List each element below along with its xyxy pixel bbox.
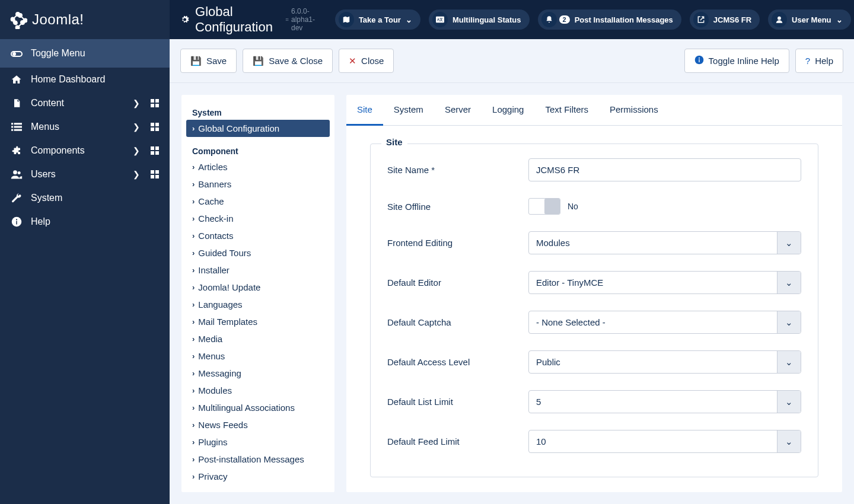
site-offline-toggle[interactable] bbox=[528, 198, 560, 215]
panel-item-component[interactable]: ›Messaging bbox=[186, 365, 330, 382]
panel-item-component[interactable]: ›Joomla! Update bbox=[186, 279, 330, 296]
tab-server[interactable]: Server bbox=[434, 95, 482, 125]
svg-rect-5 bbox=[14, 126, 23, 128]
default-feed-select[interactable]: 10⌄ bbox=[528, 430, 801, 453]
language-icon: A文 bbox=[432, 12, 448, 27]
save-close-button[interactable]: 💾 Save & Close bbox=[243, 49, 333, 73]
chevron-right-icon: › bbox=[192, 420, 195, 429]
panel-item-component[interactable]: ›Languages bbox=[186, 296, 330, 313]
bell-icon bbox=[541, 12, 557, 27]
panel-item-component[interactable]: ›Mail Templates bbox=[186, 313, 330, 330]
chevron-right-icon: › bbox=[192, 266, 195, 275]
user-menu-button[interactable]: User Menu ⌄ bbox=[768, 9, 850, 30]
site-link-button[interactable]: JCMS6 FR bbox=[690, 9, 760, 30]
panel-item-component[interactable]: ›Media bbox=[186, 330, 330, 347]
sidebar-item-system[interactable]: System bbox=[0, 186, 170, 210]
panel-item-component[interactable]: ›Contacts bbox=[186, 227, 330, 244]
sidebar-item-components[interactable]: Components ❯ bbox=[0, 139, 170, 162]
puzzle-icon bbox=[11, 145, 23, 157]
take-tour-button[interactable]: Take a Tour ⌄ bbox=[335, 9, 420, 30]
panel-item-component[interactable]: ›Articles bbox=[186, 158, 330, 176]
tab-permissions[interactable]: Permissions bbox=[599, 95, 669, 125]
tab-logging[interactable]: Logging bbox=[482, 95, 534, 125]
svg-rect-4 bbox=[11, 126, 13, 128]
tab-text-filters[interactable]: Text Filters bbox=[534, 95, 599, 125]
brand-logo[interactable]: Joomla! bbox=[0, 0, 170, 39]
panel-item-global-config[interactable]: › Global Configuration bbox=[186, 120, 330, 137]
sidebar-nav: Home Dashboard Content ❯ Menus ❯ Compone… bbox=[0, 68, 170, 234]
panel-item-component[interactable]: ›Installer bbox=[186, 261, 330, 279]
site-offline-label: Site Offline bbox=[387, 202, 517, 212]
sidebar-item-menus[interactable]: Menus ❯ bbox=[0, 115, 170, 139]
svg-rect-6 bbox=[11, 129, 13, 131]
default-captcha-label: Default Captcha bbox=[387, 317, 517, 327]
save-button[interactable]: 💾 Save bbox=[180, 49, 237, 73]
tab-site[interactable]: Site bbox=[346, 95, 383, 126]
site-name-input[interactable]: JCMS6 FR bbox=[528, 158, 801, 181]
map-icon bbox=[339, 12, 354, 27]
nav-label: Content bbox=[31, 98, 125, 109]
panel-item-component[interactable]: ›Post-installation Messages bbox=[186, 451, 330, 468]
chevron-right-icon: ❯ bbox=[133, 122, 140, 132]
default-editor-select[interactable]: Editor - TinyMCE⌄ bbox=[528, 271, 801, 294]
frontend-editing-label: Frontend Editing bbox=[387, 238, 517, 248]
dashboard-icon[interactable] bbox=[151, 146, 159, 155]
chevron-right-icon: › bbox=[192, 386, 195, 395]
frontend-editing-select[interactable]: Modules⌄ bbox=[528, 231, 801, 254]
panel-item-component[interactable]: ›Privacy bbox=[186, 468, 330, 485]
panel-item-component[interactable]: ›Menus bbox=[186, 347, 330, 365]
panel-item-component[interactable]: ›Multilingual Associations bbox=[186, 399, 330, 416]
chevron-right-icon: › bbox=[192, 162, 195, 171]
dashboard-icon[interactable] bbox=[151, 123, 159, 131]
notification-count: 2 bbox=[559, 15, 570, 24]
multilingual-status-button[interactable]: A文 Multilingual Status bbox=[429, 9, 530, 30]
post-install-button[interactable]: 2 Post Installation Messages bbox=[538, 9, 681, 30]
close-button[interactable]: ✕ Close bbox=[339, 49, 394, 73]
panel-item-component[interactable]: ›Check-in bbox=[186, 210, 330, 227]
tab-system[interactable]: System bbox=[383, 95, 434, 125]
default-access-select[interactable]: Public⌄ bbox=[528, 350, 801, 374]
page-title-text: Global Configuration bbox=[195, 4, 277, 35]
dashboard-icon[interactable] bbox=[151, 99, 159, 107]
sidebar-item-content[interactable]: Content ❯ bbox=[0, 91, 170, 115]
chevron-right-icon: › bbox=[192, 180, 195, 189]
chevron-down-icon: ⌄ bbox=[777, 351, 801, 373]
sidebar-item-users[interactable]: Users ❯ bbox=[0, 162, 170, 186]
sidebar-item-help[interactable]: Help bbox=[0, 210, 170, 234]
user-icon bbox=[772, 12, 787, 27]
toggle-inline-help-button[interactable]: Toggle Inline Help bbox=[684, 49, 789, 73]
site-name-label: Site Name * bbox=[387, 165, 517, 175]
default-feed-label: Default Feed Limit bbox=[387, 436, 517, 446]
svg-point-9 bbox=[18, 171, 21, 174]
chevron-down-icon: ⌄ bbox=[777, 311, 801, 333]
toggle-menu-button[interactable]: Toggle Menu bbox=[0, 39, 170, 68]
toolbar: 💾 Save 💾 Save & Close ✕ Close Toggle Inl… bbox=[170, 39, 854, 83]
topbar: Global Configuration 6.0.0-alpha1-dev Ta… bbox=[170, 0, 854, 39]
panel-item-component[interactable]: ›News Feeds bbox=[186, 416, 330, 433]
info-circle-icon bbox=[694, 55, 704, 66]
panel-item-component[interactable]: ›Banners bbox=[186, 176, 330, 193]
default-captcha-select[interactable]: - None Selected -⌄ bbox=[528, 311, 801, 334]
chevron-down-icon: ⌄ bbox=[777, 430, 801, 452]
panel-heading-system: System bbox=[186, 106, 330, 120]
config-side-panel: System › Global Configuration Component … bbox=[181, 95, 334, 492]
help-button[interactable]: ? Help bbox=[795, 49, 843, 73]
chevron-right-icon: › bbox=[192, 438, 195, 446]
chevron-down-icon: ⌄ bbox=[777, 391, 801, 413]
panel-item-component[interactable]: ›Guided Tours bbox=[186, 244, 330, 261]
panel-item-component[interactable]: ›Modules bbox=[186, 382, 330, 399]
chevron-right-icon: › bbox=[192, 231, 195, 240]
panel-item-component[interactable]: ›Cache bbox=[186, 193, 330, 210]
brand-text: Joomla! bbox=[32, 11, 84, 28]
dashboard-icon[interactable] bbox=[151, 170, 159, 178]
nav-label: System bbox=[31, 193, 159, 203]
svg-rect-2 bbox=[11, 123, 13, 125]
chevron-right-icon: › bbox=[192, 248, 195, 257]
panel-item-component[interactable]: ›Plugins bbox=[186, 433, 330, 451]
sidebar-item-home[interactable]: Home Dashboard bbox=[0, 68, 170, 91]
nav-label: Users bbox=[31, 169, 125, 180]
nav-label: Home Dashboard bbox=[31, 74, 159, 85]
chevron-right-icon: › bbox=[192, 403, 195, 412]
svg-rect-3 bbox=[14, 123, 23, 125]
default-list-select[interactable]: 5⌄ bbox=[528, 390, 801, 413]
